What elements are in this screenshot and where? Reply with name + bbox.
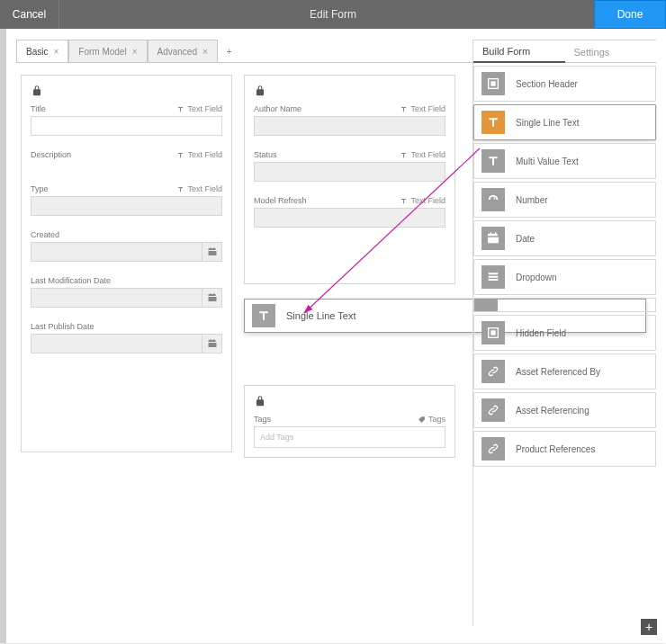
text-type-icon <box>176 185 184 193</box>
text-input[interactable] <box>254 116 446 136</box>
add-tab-button[interactable]: + <box>218 40 241 63</box>
field-last-modification-date[interactable]: Last Modification Date <box>31 276 222 308</box>
component-label: Dropdown <box>516 273 557 282</box>
calendar-icon[interactable] <box>202 288 222 308</box>
component-label: Asset Referenced By <box>516 367 600 377</box>
right-panel: Build Form Settings Section HeaderSingle… <box>472 40 656 626</box>
date-input[interactable] <box>31 242 202 262</box>
field-type-label: Text Field <box>176 104 222 113</box>
component-hidden-field[interactable]: Hidden Field <box>473 315 656 351</box>
text-type-icon <box>176 151 184 159</box>
field-label: Model Refresh <box>254 196 307 205</box>
component-label: Hidden Field <box>516 328 566 338</box>
field-label: Author Name <box>254 104 302 113</box>
component-date[interactable]: Date <box>473 220 656 256</box>
close-icon[interactable]: × <box>202 47 208 57</box>
section-icon <box>482 321 505 344</box>
close-icon[interactable]: × <box>132 47 138 57</box>
svg-rect-3 <box>490 330 495 335</box>
text-input[interactable] <box>254 208 446 228</box>
calendar-icon <box>482 227 505 250</box>
field-last-publish-date[interactable]: Last Publish Date <box>31 322 222 353</box>
calendar-icon[interactable] <box>202 334 222 353</box>
tab-form-model[interactable]: Form Model × <box>68 40 147 63</box>
field-description[interactable]: DescriptionText Field <box>31 150 222 159</box>
cancel-button[interactable]: Cancel <box>0 0 59 29</box>
field-label: Tags <box>254 415 271 424</box>
add-button[interactable]: + <box>641 619 657 635</box>
tab-advanced[interactable]: Advanced × <box>148 40 218 63</box>
field-label: Created <box>31 230 59 239</box>
text-type-icon <box>176 105 184 113</box>
lock-icon <box>254 395 266 407</box>
section-icon <box>482 72 505 95</box>
text-icon <box>252 304 275 327</box>
component-label: Section Header <box>516 79 578 89</box>
date-input[interactable] <box>31 288 202 308</box>
component-label: Asset Referencing <box>516 406 590 416</box>
field-type-label: Text Field <box>400 196 446 205</box>
close-icon[interactable]: × <box>53 47 58 57</box>
right-tab-build-form[interactable]: Build Form <box>473 40 565 63</box>
text-type-icon <box>400 197 408 205</box>
text-input[interactable] <box>254 162 446 182</box>
component-label: Date <box>516 234 535 244</box>
component-single-line-text[interactable]: Single Line Text <box>473 104 656 140</box>
text-input[interactable] <box>31 196 222 216</box>
form-canvas: TitleText FieldDescriptionText FieldType… <box>16 70 464 613</box>
component-dropdown[interactable]: Dropdown <box>473 259 656 295</box>
field-label: Type <box>31 184 49 193</box>
date-input[interactable] <box>31 334 202 353</box>
right-tab-settings[interactable]: Settings <box>565 40 657 63</box>
form-section-3[interactable]: Tags Tags Add Tags <box>244 385 455 458</box>
field-status[interactable]: StatusText Field <box>254 150 446 182</box>
component-asset-referenced-by[interactable]: Asset Referenced By <box>473 353 656 389</box>
component-label: Product References <box>516 444 595 454</box>
field-created[interactable]: Created <box>31 230 222 262</box>
field-type[interactable]: TypeText Field <box>31 184 222 216</box>
component-product-references[interactable]: Product References <box>473 431 656 467</box>
field-title[interactable]: TitleText Field <box>31 104 222 136</box>
field-label: Description <box>31 150 71 159</box>
link-icon <box>482 437 505 461</box>
field-label: Last Modification Date <box>31 276 111 285</box>
field-author-name[interactable]: Author NameText Field <box>254 104 446 136</box>
tab-basic[interactable]: Basic × <box>16 40 68 63</box>
component-multi-value-text[interactable]: Multi Value Text <box>473 143 656 179</box>
text-type-icon <box>400 151 408 159</box>
field-type-label: Tags <box>418 415 446 424</box>
title-bar: Cancel Edit Form Done <box>0 0 666 29</box>
component-number[interactable]: Number <box>473 182 656 218</box>
component-section-header[interactable]: Section Header <box>473 66 656 102</box>
form-section-2[interactable]: Author NameText FieldStatusText FieldMod… <box>244 75 455 284</box>
tab-label: Advanced <box>158 47 197 57</box>
field-type-label: Text Field <box>176 150 222 159</box>
svg-rect-1 <box>490 81 495 85</box>
dragged-component-label: Single Line Text <box>286 310 356 321</box>
tab-label: Basic <box>26 47 48 57</box>
calendar-icon[interactable] <box>202 242 222 262</box>
field-type-label: Text Field <box>400 150 446 159</box>
field-type-label: Text Field <box>400 104 446 113</box>
component-label: Multi Value Text <box>516 157 579 166</box>
text-type-icon <box>400 105 408 113</box>
field-model-refresh[interactable]: Model RefreshText Field <box>254 196 446 228</box>
field-type-label: Text Field <box>176 184 222 193</box>
link-icon <box>482 360 505 383</box>
component-partial[interactable] <box>473 298 656 312</box>
component-asset-referencing[interactable]: Asset Referencing <box>473 392 656 428</box>
link-icon <box>482 398 505 422</box>
text-input[interactable] <box>31 116 222 136</box>
field-label: Title <box>31 104 46 113</box>
tags-input[interactable]: Add Tags <box>254 426 446 448</box>
field-label: Status <box>254 150 277 159</box>
form-section-1[interactable]: TitleText FieldDescriptionText FieldType… <box>21 75 232 452</box>
list-icon <box>482 265 505 289</box>
done-button[interactable]: Done <box>594 0 666 29</box>
T-icon <box>482 111 505 134</box>
T-icon <box>482 149 505 173</box>
component-label: Number <box>516 195 548 205</box>
lock-icon <box>31 85 43 97</box>
tag-icon <box>418 416 426 424</box>
left-rail <box>0 29 6 643</box>
